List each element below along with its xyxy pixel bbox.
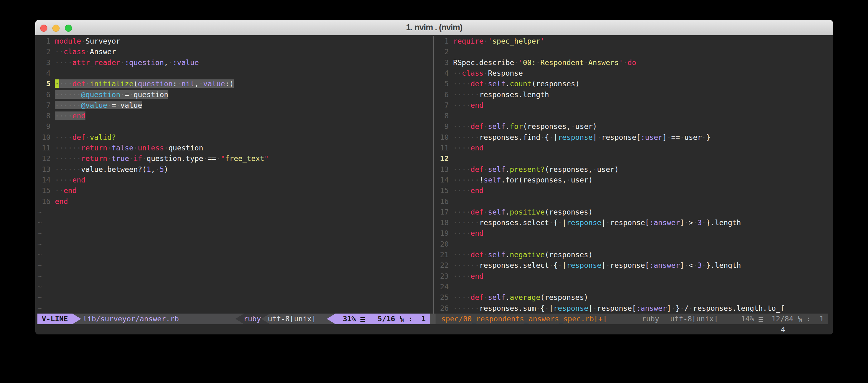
- constant: question: [138, 79, 173, 88]
- buffer-line[interactable]: 7 ······@value·=·value: [37, 100, 142, 110]
- buffer-line[interactable]: 26 ······responses.sum·{·|response|·resp…: [436, 303, 784, 314]
- buffer-line[interactable]: 11 ····end: [436, 143, 484, 153]
- buffer-line[interactable]: 12 ······return·true·if·question.type·==…: [37, 153, 269, 164]
- buffer-line[interactable]: 10 ······responses.find·{·|response|·res…: [436, 132, 711, 143]
- line-position: 12/84: [771, 314, 793, 324]
- keyword: unless: [138, 144, 164, 152]
- code-text: |: [553, 133, 558, 141]
- line-number: 8: [37, 111, 55, 120]
- buffer-line[interactable]: 13 ····def·self.present?(responses,·user…: [436, 164, 619, 175]
- whitespace-dot: ·: [59, 111, 64, 120]
- tilde-marker: ~: [37, 272, 42, 280]
- constant: true: [112, 154, 129, 163]
- whitespace-dot: ·: [584, 58, 588, 67]
- whitespace-dot: ·: [453, 250, 457, 259]
- buffer-line[interactable]: ~: [37, 281, 42, 292]
- buffer-line[interactable]: 12: [436, 153, 453, 164]
- whitespace-dot: ·: [466, 186, 470, 195]
- buffer-line[interactable]: 5 ····def·self.count(responses): [436, 78, 580, 89]
- whitespace-dot: ·: [470, 218, 475, 227]
- code-text: responses.length: [479, 90, 549, 99]
- buffer-line[interactable]: ~: [37, 271, 42, 281]
- whitespace-dot: ·: [64, 176, 68, 184]
- buffer-line[interactable]: 15 ····end: [436, 185, 484, 196]
- buffer-line[interactable]: 20: [436, 239, 453, 249]
- line-number: 6: [436, 90, 453, 99]
- buffer-line[interactable]: 11 ······return·false·unless·question: [37, 143, 203, 153]
- buffer-line[interactable]: 18 ······responses.select·{·|response|·r…: [436, 217, 741, 228]
- whitespace-dot: ·: [453, 293, 457, 302]
- keyword: end: [470, 229, 484, 237]
- whitespace-dot: ·: [466, 218, 470, 227]
- code-text: !: [479, 176, 484, 184]
- buffer-line[interactable]: ~: [37, 292, 42, 303]
- buffer-line[interactable]: 2 ··class·Answer: [37, 46, 116, 57]
- code-line-text: ····end: [55, 176, 86, 184]
- buffer-line[interactable]: 13 ······value.between?(1,·5): [37, 164, 168, 175]
- whitespace-dot: ·: [462, 250, 466, 259]
- line-number: 1: [436, 37, 453, 45]
- buffer-line[interactable]: ~: [37, 303, 42, 314]
- buffer-line[interactable]: 1 module·Surveyor: [37, 36, 120, 46]
- buffer-line[interactable]: ~: [37, 249, 42, 260]
- buffer-line[interactable]: 9 ····def·self.for(responses,·user): [436, 121, 597, 132]
- buffer-line[interactable]: 10 ····def·valid?: [37, 132, 116, 143]
- buffer-line[interactable]: 24: [436, 281, 453, 292]
- buffer-line[interactable]: 25 ····def·self.average(responses): [436, 292, 588, 303]
- buffer-line[interactable]: 8 ····end: [37, 110, 86, 121]
- buffer-line[interactable]: 16 end: [37, 196, 68, 207]
- code-text: ==: [208, 154, 216, 163]
- code-text: value: [120, 101, 142, 109]
- buffer-line[interactable]: 3 ····attr_reader·:question,·:value: [37, 57, 199, 68]
- whitespace-dot: ·: [164, 144, 168, 152]
- buffer-line[interactable]: 5 ····def·initialize(question:·nil,·valu…: [37, 78, 234, 89]
- whitespace-dot: ·: [55, 186, 59, 195]
- buffer-line[interactable]: 8: [436, 110, 453, 121]
- visual-selection: ······@question·=·question: [55, 90, 168, 99]
- constant: self: [488, 250, 505, 259]
- buffer-line[interactable]: 23 ····end: [436, 271, 484, 281]
- whitespace-dot: ·: [59, 144, 64, 152]
- buffer-line[interactable]: 15 ··end: [37, 185, 77, 196]
- keyword: attr_reader: [72, 58, 120, 67]
- buffer-line[interactable]: 6 ······@question·=·question: [37, 90, 168, 100]
- buffer-line[interactable]: ~: [37, 207, 42, 217]
- code-line-text: ····end: [453, 101, 484, 109]
- buffer-line[interactable]: 17 ····def·self.positive(responses): [436, 207, 593, 217]
- buffer-line[interactable]: 14 ······!self.for(responses,·user): [436, 175, 593, 185]
- buffer-line[interactable]: 4 ··class·Response: [436, 68, 523, 78]
- line-number: 1: [37, 37, 55, 45]
- whitespace-dot: ·: [540, 133, 545, 141]
- whitespace-dot: ·: [55, 90, 59, 99]
- buffer-line[interactable]: ~: [37, 228, 42, 239]
- buffer-line[interactable]: 1 require·'spec_helper': [436, 36, 545, 46]
- buffer-line[interactable]: 2: [436, 46, 453, 57]
- code-text: ): [164, 165, 168, 173]
- terminal-window[interactable]: 1. nvim . (nvim) 1 module·Surveyor 2 ··c…: [35, 20, 833, 335]
- whitespace-dot: ·: [462, 144, 466, 152]
- whitespace-dot: ·: [453, 186, 457, 195]
- buffer-line[interactable]: ~: [37, 260, 42, 271]
- buffer-line[interactable]: 22 ······responses.select·{·|response|·r…: [436, 260, 741, 271]
- whitespace-dot: ·: [453, 101, 457, 109]
- constant: 3: [698, 261, 702, 269]
- whitespace-dot: ·: [475, 90, 479, 99]
- code-text: responses.find: [479, 133, 540, 141]
- buffer-line[interactable]: ~: [37, 217, 42, 228]
- buffer-line[interactable]: 9: [37, 121, 55, 132]
- buffer-line[interactable]: 3 RSpec.describe·'00:·Respondent·Answers…: [436, 57, 637, 68]
- buffer-line[interactable]: 19 ····end: [436, 228, 484, 239]
- buffer-line[interactable]: 7 ····end: [436, 100, 484, 110]
- buffer-line[interactable]: ~: [37, 239, 42, 249]
- buffer-line[interactable]: 16: [436, 196, 453, 207]
- method-name: average: [510, 293, 540, 302]
- whitespace-dot: ·: [484, 250, 488, 259]
- whitespace-dot: ·: [484, 37, 488, 45]
- terminal-content[interactable]: 1 module·Surveyor 2 ··class·Answer 3 ···…: [35, 35, 833, 335]
- buffer-line[interactable]: 14 ····end: [37, 175, 86, 185]
- line-number: 3: [37, 58, 55, 67]
- titlebar[interactable]: 1. nvim . (nvim): [35, 20, 833, 35]
- buffer-line[interactable]: 4: [37, 68, 55, 78]
- buffer-line[interactable]: 21 ····def·self.negative(responses): [436, 249, 593, 260]
- buffer-line[interactable]: 6 ······responses.length: [436, 90, 549, 100]
